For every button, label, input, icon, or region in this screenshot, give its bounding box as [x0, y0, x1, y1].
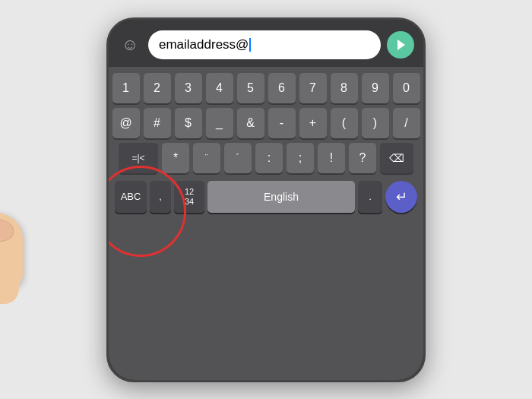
key-question[interactable]: ?	[349, 143, 376, 173]
finger	[0, 213, 23, 289]
key-2[interactable]: 2	[144, 73, 171, 103]
key-return[interactable]: ↵	[385, 181, 417, 213]
key-underscore[interactable]: _	[206, 108, 233, 138]
key-row-special: =|< * ¨ ´ : ; ! ? ⌫	[112, 143, 420, 173]
key-abc[interactable]: ABC	[115, 181, 147, 213]
key-0[interactable]: 0	[393, 73, 420, 103]
key-9[interactable]: 9	[362, 73, 389, 103]
key-asterisk[interactable]: *	[162, 143, 189, 173]
key-comma[interactable]: ,	[150, 181, 171, 213]
key-period[interactable]: .	[358, 181, 382, 213]
key-colon[interactable]: :	[255, 143, 283, 173]
key-7[interactable]: 7	[299, 73, 327, 103]
key-backspace[interactable]: ⌫	[380, 143, 413, 173]
key-numbers-toggle[interactable]: 1234	[174, 181, 204, 213]
key-hash[interactable]: #	[144, 108, 171, 138]
key-dollar[interactable]: $	[175, 108, 202, 138]
hand-illustration	[0, 213, 23, 289]
scene: ☺ emailaddress@ 1 2 3 4 5 6 7 8	[0, 0, 532, 399]
key-space[interactable]: English	[207, 181, 355, 213]
key-6[interactable]: 6	[268, 73, 296, 103]
key-row-numbers: 1 2 3 4 5 6 7 8 9 0	[112, 73, 420, 103]
key-diaeresis[interactable]: ¨	[193, 143, 220, 173]
key-5[interactable]: 5	[237, 73, 264, 103]
emoji-icon[interactable]: ☺	[118, 33, 142, 57]
key-3[interactable]: 3	[175, 73, 202, 103]
key-exclaim[interactable]: !	[318, 143, 345, 173]
key-semicolon[interactable]: ;	[287, 143, 314, 173]
key-ampersand[interactable]: &	[237, 108, 264, 138]
key-at[interactable]: @	[112, 108, 140, 138]
phone-device: ☺ emailaddress@ 1 2 3 4 5 6 7 8	[106, 17, 426, 382]
key-8[interactable]: 8	[331, 73, 358, 103]
key-openparen[interactable]: (	[331, 108, 358, 138]
key-1[interactable]: 1	[112, 73, 140, 103]
fingernail	[0, 219, 14, 242]
send-button[interactable]	[387, 31, 414, 59]
key-symbols-toggle[interactable]: =|<	[119, 143, 158, 173]
input-bar: ☺ emailaddress@	[109, 20, 423, 67]
input-value: emailaddress@	[159, 37, 249, 52]
key-row-symbols: @ # $ _ & - + ( ) /	[112, 108, 420, 138]
key-plus[interactable]: +	[299, 108, 327, 138]
text-input-field[interactable]: emailaddress@	[148, 30, 381, 59]
key-dash[interactable]: -	[268, 108, 296, 138]
key-row-bottom: ABC , 1234 English . ↵	[112, 178, 420, 217]
key-acute[interactable]: ´	[224, 143, 252, 173]
return-icon: ↵	[396, 188, 407, 205]
text-cursor	[249, 38, 251, 52]
keyboard: 1 2 3 4 5 6 7 8 9 0 @ # $ _ &	[109, 67, 423, 380]
key-slash[interactable]: /	[393, 108, 420, 138]
key-4[interactable]: 4	[206, 73, 233, 103]
key-closeparen[interactable]: )	[362, 108, 389, 138]
